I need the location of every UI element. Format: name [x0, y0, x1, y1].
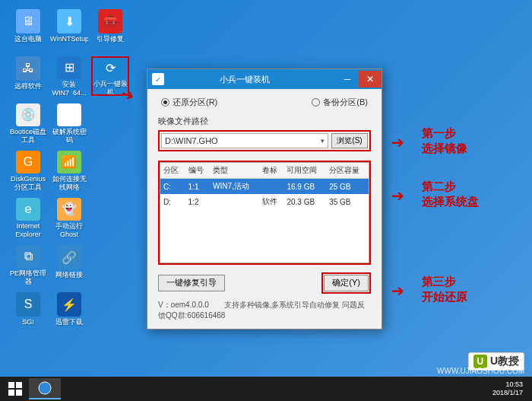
desktop-icon-diskgenius[interactable]: GDiskGenius分区工具 — [9, 151, 47, 190]
installer-dialog: ✓ 小兵一键装机 ─ ✕ 还原分区(R) 备份分区(B) 映像文件路径 D:\W… — [147, 68, 382, 329]
table-row[interactable]: D: 1:2 软件 20.3 GB 35 GB — [160, 194, 369, 209]
svg-rect-1 — [16, 382, 22, 388]
arrow-icon: ➔ — [391, 133, 404, 151]
partition-panel: 分区 编号 类型 卷标 可用空间 分区容量 C: 1:1 WIN7,活动 16.… — [158, 161, 371, 265]
restore-radio[interactable]: 还原分区(R) — [161, 97, 217, 108]
icon-label: 远程软件 — [14, 82, 42, 91]
svg-rect-2 — [8, 390, 14, 396]
svg-rect-3 — [16, 390, 22, 396]
icon-label: 如何连接无线网络 — [50, 175, 88, 190]
desktop-icon-netmgr[interactable]: ⧉PE网络管理器 — [9, 245, 47, 285]
icon-label: 破解系统密码 — [50, 128, 88, 143]
desktop-icon-ghost[interactable]: 👻手动运行Ghost — [50, 198, 88, 237]
pc-icon: 🖥 — [16, 9, 40, 33]
titlebar[interactable]: ✓ 小兵一键装机 ─ ✕ — [147, 69, 382, 89]
icon-label: 迅雷下载 — [55, 318, 83, 326]
path-label: 映像文件路径 — [158, 116, 371, 127]
arrow-icon: ➔ — [391, 186, 404, 205]
desktop-icon-setup[interactable]: ⬇WinNTSetup — [50, 9, 88, 49]
icon-label: 网络链接 — [55, 271, 83, 279]
sgi-icon: S — [16, 292, 40, 317]
icon-label: DiskGenius分区工具 — [9, 175, 47, 190]
svg-rect-0 — [8, 382, 14, 388]
ie-icon: e — [16, 198, 40, 221]
desktop-icon-win7[interactable]: ⊞安装WIN7_64... — [50, 56, 88, 96]
netmgr-icon: ⧉ — [16, 245, 40, 268]
taskbar-item-installer[interactable] — [29, 378, 61, 399]
icon-label: 引导修复 — [97, 35, 124, 43]
repair-boot-button[interactable]: 一键修复引导 — [158, 275, 225, 291]
desktop-icon-sgi[interactable]: SSGI — [9, 292, 47, 332]
desktop-icon-pc[interactable]: 🖥这台电脑 — [9, 9, 47, 49]
partition-table[interactable]: 分区 编号 类型 卷标 可用空间 分区容量 C: 1:1 WIN7,活动 16.… — [160, 162, 369, 263]
desktop-icon-remote[interactable]: 🖧远程软件 — [9, 56, 47, 96]
table-row[interactable]: C: 1:1 WIN7,活动 16.9 GB 25 GB — [160, 179, 369, 195]
annotation-step1: 第一步 选择镜像 — [422, 126, 467, 156]
radio-icon — [312, 98, 320, 107]
desktop-icon-ie[interactable]: eInternet Explorer — [9, 198, 47, 237]
taskbar: 10:53 2018/1/17 — [0, 377, 532, 401]
app-icon: ✓ — [152, 73, 164, 85]
desktop-icon-thunder[interactable]: ⚡迅雷下载 — [50, 292, 88, 332]
repair-icon: 🧰 — [98, 9, 122, 33]
desktop-icon-netlink[interactable]: 🔗网络链接 — [50, 245, 88, 285]
desktop-icon-wifi[interactable]: 📶如何连接无线网络 — [50, 151, 88, 190]
icon-label: Internet Explorer — [9, 222, 47, 237]
path-row: D:\WIN7.GHO ▾ 浏览(S) — [158, 130, 371, 151]
watermark-url: WWW.UJIAOSHOU.COM — [437, 367, 524, 375]
browse-button[interactable]: 浏览(S) — [331, 133, 368, 148]
netlink-icon: 🔗 — [57, 245, 81, 269]
dialog-title: 小兵一键装机 — [169, 74, 321, 85]
system-tray[interactable]: 10:53 2018/1/17 — [492, 380, 529, 397]
icon-label: Bootice磁盘工具 — [9, 128, 47, 143]
icon-label: SGI — [22, 318, 34, 326]
annotation-step3: 第三步 开始还原 — [422, 274, 467, 304]
win7-icon: ⊞ — [57, 56, 81, 79]
mode-radio-group: 还原分区(R) 备份分区(B) — [158, 97, 371, 108]
setup-icon: ⬇ — [57, 9, 81, 33]
svg-point-4 — [39, 382, 51, 394]
close-button[interactable]: ✕ — [359, 71, 382, 88]
icon-label: 手动运行Ghost — [50, 222, 88, 237]
dialog-footer: V：oem4.0.0.0 支持多种镜像,多系统引导自动修复 问题反馈QQ群:60… — [158, 298, 371, 323]
diskgenius-icon: G — [16, 151, 40, 173]
desktop-icon-bootice[interactable]: 💿Bootice磁盘工具 — [9, 103, 47, 143]
installer-icon: ⟳ — [98, 58, 122, 78]
bootice-icon: 💿 — [16, 103, 40, 126]
icon-label: PE网络管理器 — [9, 269, 47, 285]
ntpw-icon: NT — [57, 103, 81, 126]
ghost-icon: 👻 — [57, 198, 81, 221]
remote-icon: 🖧 — [16, 56, 40, 81]
thunder-icon: ⚡ — [57, 292, 81, 317]
table-header-row: 分区 编号 类型 卷标 可用空间 分区容量 — [160, 163, 369, 179]
wifi-icon: 📶 — [57, 151, 81, 173]
arrow-icon: ➔ — [391, 282, 404, 300]
dropdown-icon[interactable]: ▾ — [321, 137, 325, 145]
minimize-button[interactable]: ─ — [336, 71, 359, 88]
start-button[interactable] — [3, 378, 27, 399]
icon-label: 这台电脑 — [14, 35, 42, 43]
ok-button[interactable]: 确定(Y) — [324, 275, 369, 291]
icon-label: 安装WIN7_64... — [50, 81, 88, 96]
icon-label: WinNTSetup — [50, 35, 88, 43]
image-path-input[interactable]: D:\WIN7.GHO ▾ — [161, 133, 328, 148]
radio-icon — [161, 98, 169, 107]
backup-radio[interactable]: 备份分区(B) — [312, 97, 368, 108]
desktop-icon-ntpw[interactable]: NT破解系统密码 — [50, 103, 88, 143]
desktop-icon-repair[interactable]: 🧰引导修复 — [91, 9, 129, 49]
annotation-step2: 第二步 选择系统盘 — [422, 179, 479, 209]
